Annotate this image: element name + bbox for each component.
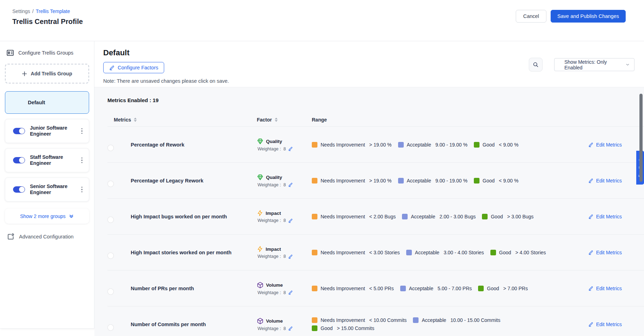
range-swatch: [312, 250, 317, 255]
edit-metrics-button[interactable]: Edit Metrics: [588, 142, 622, 148]
breadcrumb-settings[interactable]: Settings: [12, 8, 30, 14]
range-chip: Needs Improvement < 10.00 Commits: [312, 317, 407, 323]
edit-metrics-button[interactable]: Edit Metrics: [588, 250, 622, 255]
advanced-configuration-button[interactable]: Advanced Configuration: [7, 233, 89, 240]
table-header: Metrics Factor Range: [107, 115, 644, 124]
weightage-value: 8: [283, 182, 286, 187]
range-chip: Acceptable 5.00 - 7.00 PRs: [400, 286, 472, 291]
range-chip: Good > 7.00 PRs: [478, 286, 528, 291]
factor-name: Quality: [266, 139, 282, 144]
sort-factor-icon[interactable]: [275, 118, 278, 122]
weightage-value: 8: [283, 147, 286, 151]
range-chip: Acceptable 3.00 - 4.00 Stories: [406, 250, 484, 255]
range-level: Good: [499, 250, 511, 255]
edit-weightage-icon[interactable]: [288, 290, 293, 295]
weightage-label: Weightage :: [258, 182, 281, 187]
range-level: Good: [487, 286, 499, 291]
group-name: Junior Software Engineer: [30, 125, 74, 137]
search-button[interactable]: [529, 58, 543, 71]
cancel-button[interactable]: Cancel: [516, 10, 546, 23]
edit-icon: [588, 142, 593, 147]
range-swatch: [398, 142, 404, 148]
edit-metrics-button[interactable]: Edit Metrics: [588, 178, 622, 183]
range-swatch: [490, 250, 496, 255]
range-value: > 7.00 PRs: [503, 286, 528, 291]
configure-factors-label: Configure Factors: [118, 65, 158, 70]
metrics-enabled-count: Metrics Enabled : 19: [107, 87, 644, 103]
range-level: Good: [483, 142, 495, 148]
range-value: 9.00 - 19.00 %: [435, 178, 467, 183]
column-header-range: Range: [312, 117, 327, 123]
edit-metrics-label: Edit Metrics: [596, 142, 622, 148]
cube-factor-icon: [257, 282, 264, 288]
group-toggle[interactable]: [13, 186, 25, 193]
range-level: Needs Improvement: [321, 142, 365, 148]
range-chip: Acceptable 10.00 - 15.00 Commits: [413, 317, 500, 323]
group-card-2[interactable]: Staff Software Engineer: [5, 148, 89, 172]
edit-weightage-icon[interactable]: [288, 147, 293, 151]
save-and-publish-button[interactable]: Save and Publish Changes: [551, 10, 626, 23]
show-more-groups-button[interactable]: Show 2 more groups: [5, 209, 89, 224]
configure-trellis-groups-header: Configure Trellis Groups: [6, 49, 89, 57]
range-value: > 15.00 Commits: [337, 325, 374, 331]
range-swatch: [482, 214, 488, 219]
main-panel: Default Configure Factors Note: There ar…: [94, 41, 644, 336]
group-card-default[interactable]: Default: [5, 91, 89, 114]
range-value: > 3.00 Bugs: [507, 214, 533, 219]
group-card-3[interactable]: Senior Software Engineer: [5, 178, 89, 201]
range-swatch: [402, 214, 408, 219]
weightage-label: Weightage :: [258, 254, 281, 259]
kebab-menu-icon[interactable]: [79, 155, 85, 166]
edit-metrics-button[interactable]: Edit Metrics: [588, 214, 622, 219]
range-chip: Needs Improvement > 19.00 %: [312, 142, 392, 148]
range-chip: Needs Improvement < 5.00 PRs: [312, 286, 394, 291]
range-value: 3.00 - 4.00 Stories: [444, 250, 484, 255]
edit-weightage-icon[interactable]: [288, 254, 293, 259]
group-toggle[interactable]: [13, 157, 25, 163]
range-value: < 3.00 Stories: [369, 250, 400, 255]
sort-metrics-icon[interactable]: [134, 118, 137, 122]
range-level: Acceptable: [422, 317, 446, 323]
show-metrics-dropdown-value: Show Metrics: Only Enabled: [564, 59, 625, 70]
range-value: > 4.00 Stories: [515, 250, 546, 255]
edit-icon: [588, 178, 593, 183]
header-actions: Cancel Save and Publish Changes: [516, 10, 626, 23]
range-cell: Needs Improvement < 3.00 Stories Accepta…: [312, 250, 564, 255]
group-name-default: Default: [28, 100, 45, 105]
range-cell: Needs Improvement < 5.00 PRs Acceptable …: [312, 286, 564, 291]
vertical-scrollbar[interactable]: [639, 94, 643, 182]
weightage-value: 8: [283, 290, 286, 295]
edit-metrics-label: Edit Metrics: [596, 178, 622, 183]
edit-weightage-icon[interactable]: [288, 218, 293, 223]
range-swatch: [312, 317, 317, 323]
edit-weightage-icon[interactable]: [288, 326, 293, 331]
edit-weightage-icon[interactable]: [288, 182, 293, 187]
add-trellis-group-button[interactable]: Add Trellis Group: [5, 64, 89, 83]
range-level: Acceptable: [407, 142, 431, 148]
metric-row: Percentage of Rework Quality Weightage :…: [107, 126, 644, 162]
weightage-label: Weightage :: [258, 218, 281, 223]
kebab-menu-icon[interactable]: [79, 126, 85, 136]
edit-metrics-button[interactable]: Edit Metrics: [588, 322, 622, 327]
metric-name: High Impact bugs worked on per month: [131, 214, 257, 219]
show-metrics-dropdown[interactable]: Show Metrics: Only Enabled: [554, 58, 634, 71]
weightage-value: 8: [283, 218, 286, 223]
range-swatch: [474, 178, 479, 183]
range-chip: Good > 4.00 Stories: [490, 250, 546, 255]
metric-row: Percentage of Legacy Rework Quality Weig…: [107, 162, 644, 198]
factor-name: Volume: [266, 282, 283, 288]
range-chip: Acceptable 2.00 - 3.00 Bugs: [402, 214, 476, 219]
range-value: 9.00 - 19.00 %: [435, 142, 467, 148]
group-toggle[interactable]: [13, 128, 25, 134]
range-level: Good: [483, 178, 495, 183]
range-swatch: [312, 214, 317, 219]
configure-factors-button[interactable]: Configure Factors: [103, 62, 164, 73]
column-header-factor: Factor: [257, 117, 272, 123]
breadcrumb-trellis-template[interactable]: Trellis Template: [36, 8, 70, 14]
range-chip: Acceptable 9.00 - 19.00 %: [398, 142, 467, 148]
gem-factor-icon: [257, 174, 264, 181]
range-level: Good: [491, 214, 503, 219]
edit-metrics-button[interactable]: Edit Metrics: [588, 286, 622, 291]
kebab-menu-icon[interactable]: [79, 185, 85, 195]
group-card-1[interactable]: Junior Software Engineer: [5, 119, 89, 143]
